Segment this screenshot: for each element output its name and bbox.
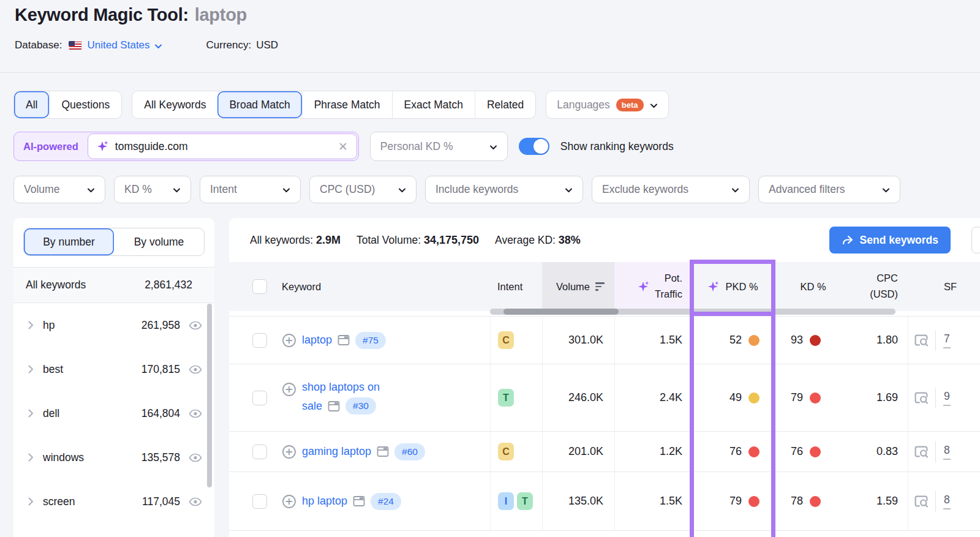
intent-badge[interactable]: I <box>498 492 514 510</box>
group-label: best <box>43 363 141 376</box>
all-keywords-group[interactable]: All keywords 2,861,432 <box>13 268 214 303</box>
serp-preview-icon[interactable] <box>913 333 929 347</box>
chevron-down-icon <box>87 186 95 193</box>
tab-questions[interactable]: Questions <box>49 91 121 118</box>
pkd-difficulty-dot <box>748 496 760 507</box>
header-pot-traffic[interactable]: Pot. Traffic <box>614 262 691 311</box>
row-checkbox[interactable] <box>252 391 267 405</box>
ranking-position-badge[interactable]: #60 <box>394 443 425 460</box>
header-pot-line1: Pot. <box>665 272 682 284</box>
advanced-filters[interactable]: Advanced filters <box>758 176 900 203</box>
cpc-filter-label: CPC (USD) <box>320 183 375 196</box>
eye-icon[interactable] <box>189 497 202 506</box>
tab-all-keywords[interactable]: All Keywords <box>132 91 217 118</box>
keyword-link[interactable]: hp laptop <box>302 495 347 508</box>
serp-preview-icon[interactable] <box>913 391 929 405</box>
expand-keyword-icon[interactable] <box>282 382 296 397</box>
sort-by-number-tab[interactable]: By number <box>24 228 114 255</box>
expand-keyword-icon[interactable] <box>282 445 296 459</box>
summary-total-volume-value: 34,175,750 <box>424 234 479 246</box>
group-item-windows[interactable]: windows 135,578 <box>13 435 214 479</box>
serp-features-icon[interactable] <box>353 495 365 507</box>
expand-keyword-icon[interactable] <box>282 333 296 348</box>
send-keywords-button[interactable]: Send keywords <box>829 227 951 253</box>
row-checkbox[interactable] <box>252 333 267 348</box>
tab-broad-match[interactable]: Broad Match <box>217 91 301 118</box>
advanced-filters-label: Advanced filters <box>769 183 845 196</box>
intent-badge[interactable]: C <box>498 443 514 460</box>
group-item-screen[interactable]: screen 117,045 <box>13 479 214 524</box>
group-item-hp[interactable]: hp 261,958 <box>13 303 214 347</box>
intent-badge[interactable]: C <box>498 331 514 349</box>
show-ranking-toggle[interactable] <box>519 138 549 155</box>
database-selector[interactable]: United States <box>88 39 162 51</box>
include-keywords-label: Include keywords <box>435 183 518 196</box>
serp-preview-icon[interactable] <box>913 494 929 508</box>
currency-value: USD <box>256 39 278 51</box>
tab-all[interactable]: All <box>14 91 49 118</box>
cpc-filter[interactable]: CPC (USD) <box>309 176 417 203</box>
kd-filter[interactable]: KD % <box>114 176 191 203</box>
ranking-position-badge[interactable]: #24 <box>371 493 401 510</box>
sort-by-volume-tab[interactable]: By volume <box>114 228 204 255</box>
divider <box>935 491 936 512</box>
intent-filter[interactable]: Intent <box>200 176 301 203</box>
serp-features-icon[interactable] <box>377 446 389 457</box>
sf-count[interactable]: 9 <box>943 390 951 406</box>
group-item-dell[interactable]: dell 164,804 <box>13 391 214 435</box>
header-intent[interactable]: Intent <box>490 262 542 311</box>
kd-value: 79 <box>791 391 803 404</box>
chevron-right-icon <box>28 453 34 462</box>
intent-badge[interactable]: T <box>517 492 533 510</box>
chevron-down-icon <box>565 186 573 193</box>
expand-keyword-icon[interactable] <box>282 494 296 509</box>
header-kd[interactable]: KD % <box>775 262 851 311</box>
ranking-position-badge[interactable]: #75 <box>355 332 386 349</box>
send-keywords-label: Send keywords <box>860 234 938 247</box>
sf-count[interactable]: 8 <box>943 494 951 509</box>
include-keywords-filter[interactable]: Include keywords <box>425 176 583 203</box>
header-pkd[interactable]: PKD % <box>691 262 775 311</box>
languages-dropdown[interactable]: Languages beta <box>546 91 668 119</box>
eye-icon[interactable] <box>189 453 202 462</box>
exclude-keywords-filter[interactable]: Exclude keywords <box>592 176 750 203</box>
row-checkbox[interactable] <box>252 494 267 509</box>
horizontal-scrollbar[interactable] <box>490 309 895 315</box>
eye-icon[interactable] <box>189 321 202 330</box>
header-keyword[interactable]: Keyword <box>272 262 490 311</box>
serp-preview-icon[interactable] <box>913 445 929 459</box>
eye-icon[interactable] <box>189 365 202 374</box>
summary-average-kd-label: Average KD: <box>495 234 556 246</box>
sidebar-scrollbar[interactable] <box>207 304 212 487</box>
horizontal-scrollbar-thumb[interactable] <box>503 309 619 315</box>
row-checkbox[interactable] <box>252 445 267 459</box>
tab-exact-match[interactable]: Exact Match <box>392 91 475 118</box>
page-title: Keyword Magic Tool:laptop <box>15 5 247 25</box>
group-item-best[interactable]: best 170,815 <box>13 347 214 391</box>
intent-badge[interactable]: T <box>498 389 514 407</box>
ranking-position-badge[interactable]: #30 <box>345 397 376 415</box>
serp-features-icon[interactable] <box>328 400 340 412</box>
header-cpc[interactable]: CPC (USD) <box>851 262 908 311</box>
partial-button-edge[interactable] <box>971 227 980 253</box>
currency-label: Currency: <box>206 39 252 51</box>
keyword-link[interactable]: shop laptops on <box>302 381 380 394</box>
keyword-link[interactable]: gaming laptop <box>302 445 371 458</box>
clear-input-icon[interactable]: ✕ <box>338 140 348 154</box>
sf-count[interactable]: 8 <box>943 444 951 460</box>
personal-kd-dropdown[interactable]: Personal KD % <box>370 132 508 161</box>
chevron-down-icon <box>882 186 890 193</box>
sf-count[interactable]: 7 <box>943 332 951 348</box>
volume-filter[interactable]: Volume <box>13 176 105 203</box>
keyword-link-line2[interactable]: sale <box>302 400 322 413</box>
keyword-link[interactable]: laptop <box>302 334 332 347</box>
header-sf[interactable]: SF <box>908 262 980 311</box>
eye-icon[interactable] <box>189 409 202 418</box>
header-volume[interactable]: Volume <box>542 262 614 311</box>
languages-label: Languages <box>557 99 610 111</box>
serp-features-icon[interactable] <box>337 334 350 346</box>
select-all-checkbox[interactable] <box>252 279 267 294</box>
domain-search-input[interactable]: tomsguide.com ✕ <box>88 133 357 159</box>
tab-related[interactable]: Related <box>475 91 535 118</box>
tab-phrase-match[interactable]: Phrase Match <box>302 91 392 118</box>
